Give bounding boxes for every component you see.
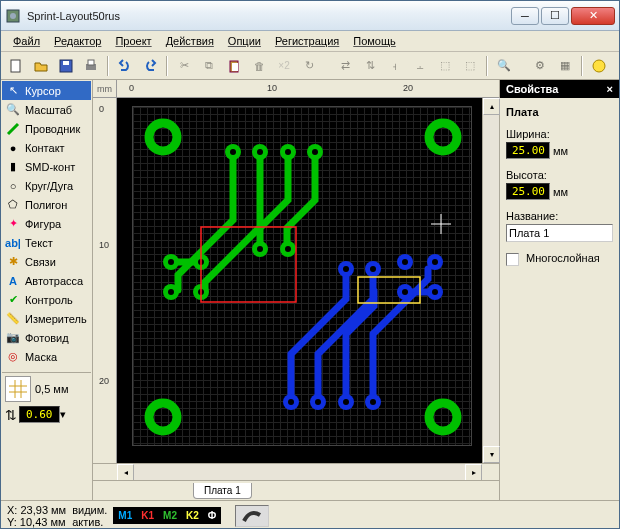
- rotate-icon[interactable]: ↻: [298, 55, 320, 77]
- layer-K1[interactable]: K1: [137, 508, 158, 523]
- props-title: Свойства: [506, 83, 558, 95]
- tool-zoom[interactable]: 🔍Масштаб: [2, 100, 91, 119]
- tool-label: Автотрасса: [25, 275, 83, 287]
- multilayer-checkbox[interactable]: [506, 253, 519, 266]
- zoom-icon[interactable]: 🔍: [493, 55, 515, 77]
- menu-editor[interactable]: Редактор: [48, 33, 107, 49]
- tool-preview-icon: [235, 505, 269, 527]
- wire-icon: [5, 121, 21, 137]
- layer-selector[interactable]: M1K1M2K2Ф: [113, 507, 221, 524]
- macro-icon[interactable]: ▦: [554, 55, 576, 77]
- dropdown-icon[interactable]: ▾: [60, 408, 66, 421]
- tool-pad[interactable]: ●Контакт: [2, 138, 91, 157]
- scrollbar-vertical[interactable]: ▴ ▾: [482, 98, 499, 463]
- lib-icon[interactable]: ⚙: [529, 55, 551, 77]
- shape-icon: ✦: [5, 216, 21, 232]
- tool-label: Измеритель: [25, 313, 87, 325]
- visible-label: видим.: [72, 504, 107, 516]
- tool-label: Текст: [25, 237, 53, 249]
- name-input[interactable]: [506, 224, 613, 242]
- tool-label: Курсор: [25, 85, 61, 97]
- tool-text[interactable]: ab|Текст: [2, 233, 91, 252]
- alignl-icon[interactable]: ⫞: [384, 55, 406, 77]
- svg-point-1: [10, 13, 16, 19]
- cut-icon[interactable]: ✂: [173, 55, 195, 77]
- svg-point-32: [257, 246, 263, 252]
- height-input[interactable]: 25.00: [506, 183, 550, 200]
- minimize-button[interactable]: ─: [511, 7, 539, 25]
- menubar: Файл Редактор Проект Действия Опции Реги…: [1, 31, 619, 52]
- menu-help[interactable]: Помощь: [347, 33, 402, 49]
- info-icon[interactable]: [588, 55, 610, 77]
- menu-options[interactable]: Опции: [222, 33, 267, 49]
- tool-label: Фотовид: [25, 332, 69, 344]
- save-icon[interactable]: [55, 55, 77, 77]
- undo-icon[interactable]: [114, 55, 136, 77]
- svg-rect-2: [11, 60, 20, 72]
- tool-auto[interactable]: AАвтотрасса: [2, 271, 91, 290]
- layer-M1[interactable]: M1: [114, 508, 136, 523]
- maximize-button[interactable]: ☐: [541, 7, 569, 25]
- scroll-down-icon[interactable]: ▾: [483, 446, 500, 463]
- pcb-canvas[interactable]: [117, 98, 482, 463]
- arc-icon: ○: [5, 178, 21, 194]
- grid-value[interactable]: 0.60: [19, 406, 60, 423]
- tool-mask[interactable]: ◎Маска: [2, 347, 91, 366]
- stepper-icon[interactable]: ⇅: [5, 407, 17, 423]
- close-button[interactable]: ✕: [571, 7, 615, 25]
- props-close-icon[interactable]: ×: [607, 83, 613, 95]
- smd-icon: ▮: [5, 159, 21, 175]
- open-icon[interactable]: [30, 55, 52, 77]
- magnify-icon: 🔍: [5, 102, 21, 118]
- app-icon: [5, 8, 21, 24]
- tool-cursor[interactable]: ↖Курсор: [2, 81, 91, 100]
- print-icon[interactable]: [80, 55, 102, 77]
- ruler-vertical: 0 10 20: [93, 98, 117, 463]
- tool-label: SMD-конт: [25, 161, 75, 173]
- statusbar: X: 23,93 мм Y: 10,43 мм видим. актив. M1…: [1, 500, 619, 529]
- layer-M2[interactable]: M2: [159, 508, 181, 523]
- svg-point-25: [257, 149, 263, 155]
- ungroup-icon[interactable]: ⬚: [459, 55, 481, 77]
- menu-project[interactable]: Проект: [109, 33, 157, 49]
- menu-file[interactable]: Файл: [7, 33, 46, 49]
- tool-wire[interactable]: Проводник: [2, 119, 91, 138]
- group-icon[interactable]: ⬚: [434, 55, 456, 77]
- scroll-left-icon[interactable]: ◂: [117, 464, 134, 481]
- svg-point-45: [315, 399, 321, 405]
- tool-poly[interactable]: ⬠Полигон: [2, 195, 91, 214]
- tool-smd[interactable]: ▮SMD-конт: [2, 157, 91, 176]
- tool-measure[interactable]: 📏Измеритель: [2, 309, 91, 328]
- scroll-right-icon[interactable]: ▸: [465, 464, 482, 481]
- layer-K2[interactable]: K2: [182, 508, 203, 523]
- mirrorv-icon[interactable]: ⇅: [359, 55, 381, 77]
- grid-button[interactable]: [5, 376, 31, 402]
- width-input[interactable]: 25.00: [506, 142, 550, 159]
- tool-shape[interactable]: ✦Фигура: [2, 214, 91, 233]
- scrollbar-horizontal[interactable]: [134, 464, 465, 480]
- alignr-icon[interactable]: ⫠: [409, 55, 431, 77]
- svg-rect-4: [63, 61, 69, 65]
- toolbar: ✂ ⧉ 🗑 ×2 ↻ ⇄ ⇅ ⫞ ⫠ ⬚ ⬚ 🔍 ⚙ ▦: [1, 52, 619, 80]
- menu-actions[interactable]: Действия: [160, 33, 220, 49]
- menu-register[interactable]: Регистрация: [269, 33, 345, 49]
- copy-icon[interactable]: ⧉: [198, 55, 220, 77]
- delete-icon[interactable]: 🗑: [248, 55, 270, 77]
- new-icon[interactable]: [5, 55, 27, 77]
- tool-conn[interactable]: ✱Связи: [2, 252, 91, 271]
- tool-arc[interactable]: ○Круг/Дуга: [2, 176, 91, 195]
- tool-photo[interactable]: 📷Фотовид: [2, 328, 91, 347]
- svg-point-53: [370, 266, 376, 272]
- tool-label: Контроль: [25, 294, 73, 306]
- paste-icon[interactable]: [223, 55, 245, 77]
- tab-board[interactable]: Плата 1: [193, 483, 252, 499]
- mirrorh-icon[interactable]: ⇄: [334, 55, 356, 77]
- dup-icon[interactable]: ×2: [273, 55, 295, 77]
- svg-point-28: [168, 259, 174, 265]
- tool-check[interactable]: ✔Контроль: [2, 290, 91, 309]
- redo-icon[interactable]: [139, 55, 161, 77]
- conn-icon: ✱: [5, 254, 21, 270]
- props-section: Плата: [506, 106, 613, 118]
- scroll-up-icon[interactable]: ▴: [483, 98, 500, 115]
- layer-Ф[interactable]: Ф: [204, 508, 221, 523]
